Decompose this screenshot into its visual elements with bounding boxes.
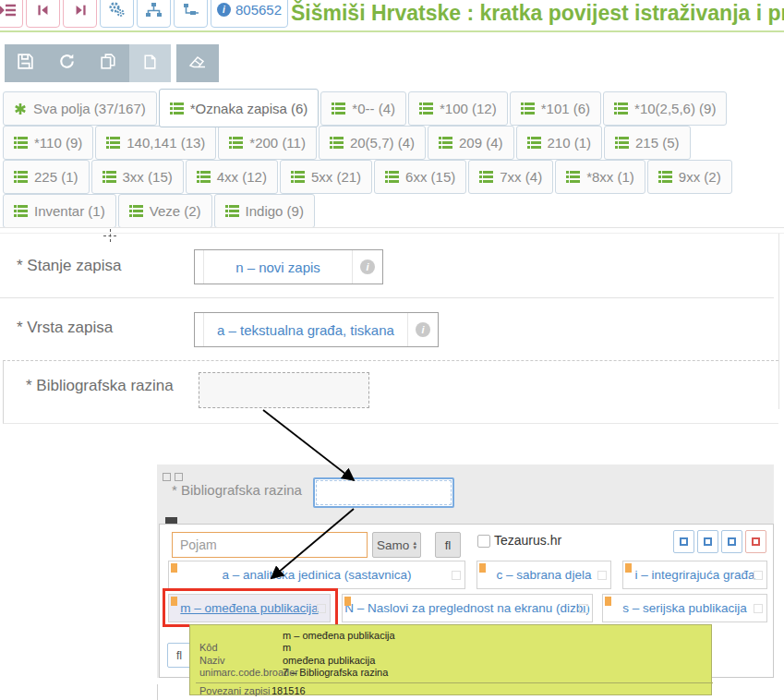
value-left-pad (195, 250, 204, 284)
vrsta-zapisa-info[interactable]: i (407, 313, 438, 346)
option-checkbox[interactable] (754, 571, 763, 580)
option-checkbox[interactable] (317, 604, 326, 613)
list-icon (197, 171, 211, 183)
refresh-button[interactable] (46, 44, 88, 82)
panel-control-2[interactable] (697, 530, 718, 553)
list-icon (385, 171, 399, 183)
panel-control-close[interactable] (745, 530, 766, 553)
fl-button[interactable]: ﬂ (435, 532, 461, 558)
bibliografska-razina-empty-slot[interactable] (199, 372, 369, 408)
tab-140-141[interactable]: 140,141 (13) (95, 126, 216, 160)
list-arrow-icon (0, 2, 17, 18)
panel-control-1[interactable] (673, 530, 694, 553)
stanje-zapisa-text: n – novi zapis (204, 250, 352, 284)
tab-8xx[interactable]: *8xx (1) (555, 160, 645, 194)
option-checkbox[interactable] (579, 604, 588, 613)
tab-label: *101 (6) (541, 101, 590, 116)
tab-row-1: Sva polja (37/167) *Oznaka zapisa (6) *0… (3, 91, 729, 130)
tab-200[interactable]: *200 (11) (218, 126, 317, 160)
tab-4xx[interactable]: 4xx (12) (186, 160, 278, 194)
option-checkbox[interactable] (597, 571, 607, 580)
last-record-button[interactable] (63, 0, 97, 28)
sitemap-icon (145, 2, 163, 18)
option-c[interactable]: c – sabrana djela (476, 561, 611, 589)
tab-0xx[interactable]: *0-- (4) (320, 91, 406, 126)
floppy-icon (16, 52, 35, 75)
tab-label: *200 (11) (249, 135, 306, 151)
popup-handle-square-2[interactable] (175, 473, 183, 481)
stanje-zapisa-value[interactable]: n – novi zapis i (194, 249, 383, 284)
samo-select[interactable]: Samo ▴▾ (372, 532, 421, 558)
settings-button[interactable] (100, 0, 134, 28)
panel-window-controls (673, 530, 766, 553)
tooltip-label: Naziv (199, 655, 283, 668)
save-button[interactable] (5, 44, 46, 82)
tooltip-label: unimarc.code.broader (199, 667, 283, 680)
vrsta-zapisa-value[interactable]: a – tekstualna građa, tiskana i (194, 312, 439, 347)
option-label: a – analitička jedinica (sastavnica) (223, 568, 412, 582)
tab-215[interactable]: 215 (5) (604, 126, 691, 160)
chevron-updown-icon: ▴▾ (413, 540, 416, 549)
vrsta-zapisa-text: a – tekstualna građa, tiskana (204, 313, 407, 346)
option-m-selected[interactable]: m – omeđena publikacija (168, 594, 331, 622)
tab-label: 4xx (12) (217, 169, 267, 185)
tezaurus-checkbox[interactable] (477, 535, 490, 548)
panel-control-3[interactable] (721, 530, 742, 553)
record-info-button[interactable]: i 805652 (211, 0, 288, 28)
samo-select-label: Samo (377, 538, 409, 552)
tab-210[interactable]: 210 (1) (516, 126, 603, 160)
tab-label: *100 (12) (440, 101, 497, 116)
refresh-icon (57, 52, 77, 75)
popup-handle-square-1[interactable] (163, 473, 171, 481)
tab-209[interactable]: 209 (4) (428, 126, 514, 160)
copy-button[interactable] (88, 44, 129, 82)
tab-6xx[interactable]: 6xx (15) (374, 160, 466, 194)
tab-label: 7xx (4) (500, 169, 542, 185)
tab-row-2: *110 (9) 140,141 (13) *200 (11) 20(5,7) … (3, 126, 693, 160)
option-n[interactable]: N – Naslovi za preglednost na ekranu (di… (342, 594, 593, 622)
info-icon: i (217, 3, 231, 17)
tab-101[interactable]: *101 (6) (510, 91, 601, 126)
tab-label: Indigo (9) (246, 203, 304, 219)
option-marker (605, 597, 611, 606)
workflow-button[interactable] (174, 0, 208, 28)
info-icon: i (360, 259, 375, 274)
tab-9xx[interactable]: 9xx (2) (647, 160, 732, 194)
search-input[interactable] (172, 532, 368, 558)
tab-10x[interactable]: *10(2,5,6) (9) (603, 91, 727, 126)
tab-inventar[interactable]: Inventar (1) (3, 194, 116, 228)
expand-list-button[interactable] (0, 0, 23, 28)
stanje-zapisa-info[interactable]: i (352, 250, 382, 284)
list-icon (106, 137, 120, 149)
tab-225[interactable]: 225 (1) (3, 160, 90, 194)
skip-end-icon (73, 3, 88, 18)
tab-sva-polja[interactable]: Sva polja (37/167) (3, 91, 157, 126)
erase-button[interactable] (176, 44, 219, 82)
option-marker (625, 563, 632, 573)
tab-indigo[interactable]: Indigo (9) (214, 194, 315, 228)
bibliografska-razina-input[interactable] (313, 477, 454, 508)
fl-bottom-button[interactable]: ﬂ (167, 643, 191, 668)
option-i[interactable]: i – integrirajuća građa (622, 561, 767, 589)
option-checkbox[interactable] (754, 604, 763, 613)
tab-oznaka-zapisa[interactable]: *Oznaka zapisa (6) (159, 89, 320, 127)
tab-7xx[interactable]: 7xx (4) (468, 160, 553, 194)
tab-3xx[interactable]: 3xx (15) (91, 160, 184, 194)
first-record-button[interactable] (26, 0, 60, 28)
tab-veze[interactable]: Veze (2) (118, 194, 212, 228)
tab-100[interactable]: *100 (12) (408, 91, 508, 126)
option-a[interactable]: a – analitička jedinica (sastavnica) (168, 561, 465, 589)
tooltip-label: Kôd (199, 642, 283, 655)
option-checkbox[interactable] (452, 571, 461, 580)
tab-label: Inventar (1) (34, 203, 105, 219)
tab-20x[interactable]: 20(5,7) (4) (319, 126, 426, 160)
crosshair-cursor (103, 229, 116, 242)
tab-area-divider (0, 227, 784, 228)
list-icon (615, 137, 629, 149)
paste-button[interactable] (129, 44, 171, 82)
hierarchy-button[interactable] (137, 0, 171, 28)
option-s[interactable]: s – serijska publikacija (602, 594, 767, 622)
tab-5xx[interactable]: 5xx (21) (280, 160, 372, 194)
tab-110[interactable]: *110 (9) (3, 126, 93, 160)
page-title: Šišmiši Hrvatske : kratka povijest istra… (291, 1, 784, 26)
